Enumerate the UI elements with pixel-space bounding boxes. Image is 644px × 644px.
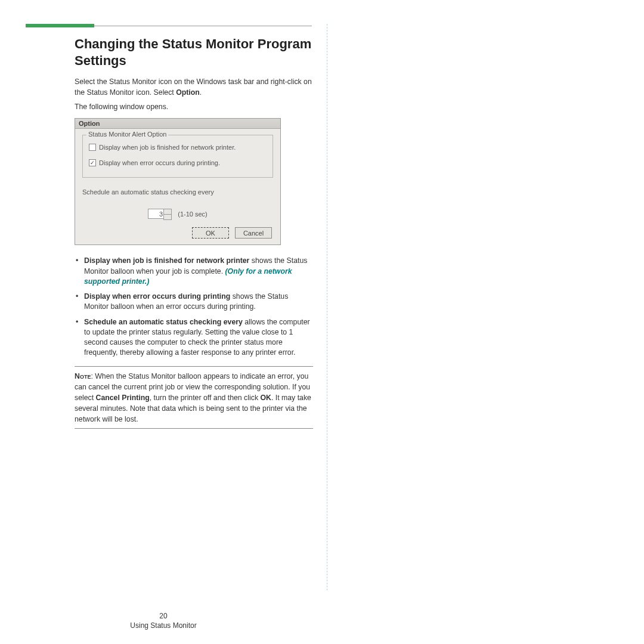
interval-suffix: (1-10 sec) (178, 210, 208, 218)
page-number: 20 (0, 612, 327, 620)
intro-bold: Option (176, 88, 200, 97)
checkbox-2-label: Display when error occurs during printin… (99, 159, 220, 166)
top-rule (94, 26, 312, 26)
left-column: Changing the Status Monitor Program Sett… (75, 36, 313, 434)
bullet-3-bold: Schedule an automatic status checking ev… (84, 318, 243, 326)
note-bold-2: OK (260, 394, 271, 402)
schedule-label: Schedule an automatic status checking ev… (82, 188, 273, 196)
checkbox-2[interactable]: ✓ (89, 159, 96, 166)
footer-section: Using Status Monitor (130, 621, 196, 630)
page-footer: 20 Using Status Monitor (0, 612, 327, 630)
note-bold-1: Cancel Printing (96, 394, 150, 402)
bullet-2: Display when error occurs during printin… (75, 292, 313, 312)
dialog-body: Status Monitor Alert Option Display when… (75, 129, 280, 244)
schedule-row: 3 (1-10 sec) (82, 209, 273, 219)
checkbox-1[interactable] (89, 144, 96, 151)
checkbox-row-2[interactable]: ✓ Display when error occurs during print… (89, 159, 268, 166)
note-b: , turn the printer off and then click (150, 394, 261, 402)
bullet-1-bold: Display when job is finished for network… (84, 256, 249, 265)
bullet-2-bold: Display when error occurs during printin… (84, 292, 230, 301)
bullet-3: Schedule an automatic status checking ev… (75, 317, 313, 358)
feature-bullets: Display when job is finished for network… (75, 256, 313, 358)
note-lead: Note (75, 372, 91, 380)
accent-bar (26, 24, 94, 27)
dialog-button-row: OK Cancel (82, 227, 273, 239)
intro-paragraph: Select the Status Monitor icon on the Wi… (75, 77, 313, 98)
group-legend: Status Monitor Alert Option (86, 131, 168, 138)
intro-paragraph-2: The following window opens. (75, 102, 313, 113)
bullet-1: Display when job is finished for network… (75, 256, 313, 287)
cancel-button[interactable]: Cancel (235, 227, 272, 239)
intro-text-b: . (200, 88, 202, 97)
option-dialog: Option Status Monitor Alert Option Displ… (75, 118, 281, 245)
alert-option-group: Status Monitor Alert Option Display when… (82, 135, 273, 178)
checkbox-row-1[interactable]: Display when job is finished for network… (89, 144, 268, 151)
checkbox-1-label: Display when job is finished for network… (99, 144, 236, 151)
interval-spinner[interactable]: 3 (148, 209, 165, 219)
column-divider (327, 24, 327, 590)
note-block: Note: When the Status Monitor balloon ap… (75, 371, 313, 425)
dialog-titlebar: Option (75, 119, 280, 129)
note-rule-bottom (75, 428, 313, 429)
note-rule-top (75, 366, 313, 367)
page-heading: Changing the Status Monitor Program Sett… (75, 36, 313, 69)
ok-button[interactable]: OK (192, 227, 229, 239)
